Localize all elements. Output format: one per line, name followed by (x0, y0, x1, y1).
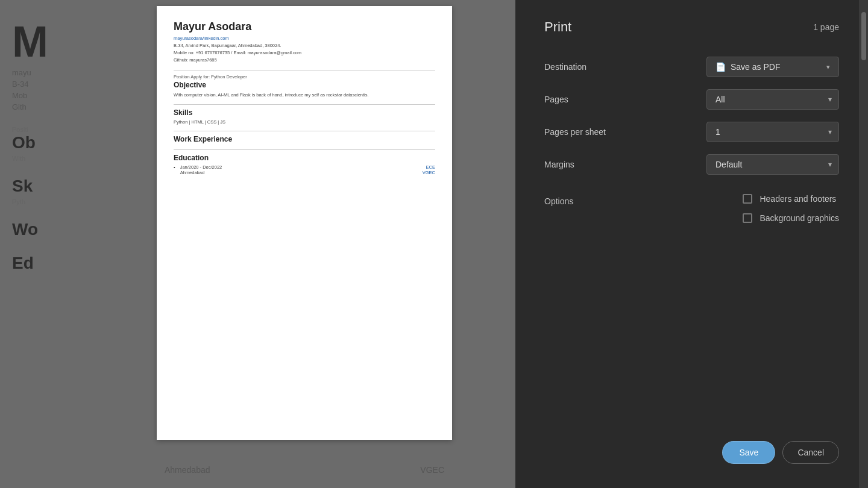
bg-objective-title: Ob (12, 133, 136, 152)
bottom-bar: Ahmedabad VGEC (148, 452, 461, 488)
bg-position-section: Positi Ob With (12, 126, 136, 162)
margins-row: Margins Default None Minimum Custom (544, 154, 839, 175)
bottom-left-text: Ahmedabad (165, 465, 210, 475)
preview-area: M mayu B-34 Mob Gith Positi Ob With Sk P… (0, 0, 515, 488)
margins-label: Margins (544, 160, 629, 169)
bg-github: Gith (12, 102, 136, 111)
bg-work-section: Wo (12, 220, 136, 239)
paper-position-label: Position Apply for: Python Developer (174, 74, 435, 80)
save-button[interactable]: Save (722, 441, 775, 464)
headers-footers-checkbox[interactable] (743, 194, 752, 204)
per-sheet-select-wrapper: 1 2 4 6 9 16 (706, 122, 839, 142)
bg-email: mayu (12, 68, 136, 77)
paper-objective-text: With computer vision, AI-ML and Flask is… (174, 92, 435, 98)
paper-objective-title: Objective (174, 81, 435, 89)
destination-label: Destination (544, 62, 629, 72)
destination-value: Save as PDF (731, 62, 826, 72)
options-row: Options Headers and footers Background g… (544, 194, 839, 223)
bg-mobile: Mob (12, 91, 136, 100)
paper-divider-4 (174, 149, 435, 150)
pages-select-wrapper: All Custom (706, 89, 839, 110)
paper-github: Github: mayuras7685 (174, 57, 435, 64)
paper-skills-title: Skills (174, 108, 435, 117)
paper-edu-bullet: • (174, 164, 175, 175)
cancel-button[interactable]: Cancel (782, 441, 839, 464)
per-sheet-label: Pages per sheet (544, 127, 629, 137)
pages-row: Pages All Custom (544, 89, 839, 110)
bg-work-title: Wo (12, 220, 136, 239)
paper-skills-text: Python | HTML | CSS | JS (174, 119, 435, 125)
paper-edu-row: • Jan/2020 - Dec/2022 Ahmedabad ECE VGEC (174, 164, 435, 175)
margins-select-wrapper: Default None Minimum Custom (706, 154, 839, 175)
bg-edu-section: Ed (12, 254, 136, 273)
paper-edu-dates: Jan/2020 - Dec/2022 Ahmedabad (180, 164, 222, 175)
paper-name: Mayur Asodara (174, 20, 435, 33)
options-label: Options (544, 194, 629, 206)
options-checks: Headers and footers Background graphics (743, 194, 839, 223)
bg-content: M mayu B-34 Mob Gith Positi Ob With Sk P… (0, 0, 148, 488)
button-row: Save Cancel (544, 441, 839, 469)
scrollbar-thumb[interactable] (861, 12, 866, 60)
bg-position-label: Positi (12, 126, 136, 133)
bg-skills-section: Sk Pyth (12, 177, 136, 205)
bg-name-large: M (12, 18, 136, 66)
background-graphics-checkbox[interactable] (743, 213, 752, 223)
bg-edu-title: Ed (12, 254, 136, 273)
paper-linkedin: mayurasodara/linkedin.com (174, 35, 435, 42)
headers-footers-label: Headers and footers (760, 194, 836, 204)
pages-select[interactable]: All Custom (706, 89, 839, 110)
bg-skills-text: Pyth (12, 198, 136, 205)
headers-footers-row: Headers and footers (743, 194, 839, 204)
per-sheet-row: Pages per sheet 1 2 4 6 9 16 (544, 122, 839, 142)
paper-divider-3 (174, 131, 435, 131)
paper-edu-title: Education (174, 154, 435, 162)
pdf-icon: 📄 (715, 62, 726, 72)
per-sheet-select[interactable]: 1 2 4 6 9 16 (706, 122, 839, 142)
pages-label: Pages (544, 95, 629, 104)
paper-edu-left: • Jan/2020 - Dec/2022 Ahmedabad (174, 164, 222, 175)
paper-divider-1 (174, 70, 435, 70)
destination-row: Destination 📄 Save as PDF ▾ (544, 57, 839, 77)
paper-divider-2 (174, 104, 435, 105)
paper: Mayur Asodara mayurasodara/linkedin.com … (157, 6, 452, 440)
print-pages: 1 page (813, 22, 839, 32)
background-graphics-label: Background graphics (760, 213, 839, 223)
bg-address: B-34 (12, 80, 136, 89)
background-graphics-row: Background graphics (743, 213, 839, 223)
paper-edu-right: ECE VGEC (423, 164, 435, 175)
paper-mobile: Mobile no: +91 6767676735 / Email: mayur… (174, 49, 435, 57)
destination-dropdown[interactable]: 📄 Save as PDF ▾ (706, 57, 839, 77)
paper-address: B-34, Arvind Park, Bapunagaar, Ahmedabad… (174, 42, 435, 49)
margins-select[interactable]: Default None Minimum Custom (706, 154, 839, 175)
print-title: Print (544, 19, 571, 35)
paper-container: Mayur Asodara mayurasodara/linkedin.com … (148, 0, 461, 488)
bg-obj-text: With (12, 155, 136, 162)
scrollbar[interactable] (859, 0, 868, 488)
destination-chevron: ▾ (826, 63, 830, 71)
print-panel: Print 1 page Destination 📄 Save as PDF ▾… (515, 0, 868, 488)
bg-skills-title: Sk (12, 177, 136, 196)
print-header: Print 1 page (544, 19, 839, 35)
bottom-right-text: VGEC (420, 465, 444, 475)
paper-work-title: Work Experience (174, 135, 435, 143)
